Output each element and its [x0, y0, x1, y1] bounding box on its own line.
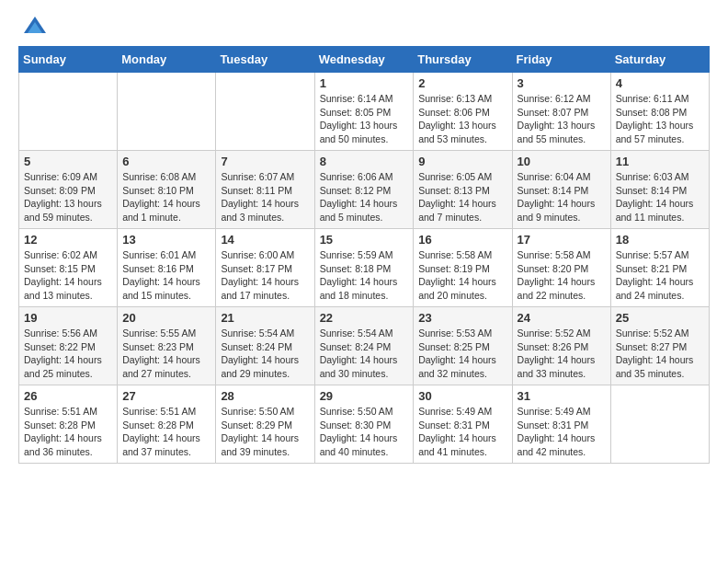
day-header-monday: Monday: [118, 47, 216, 73]
day-number: 31: [518, 389, 606, 403]
calendar-cell: [610, 385, 709, 464]
logo: [18, 18, 48, 40]
day-number: 13: [122, 233, 210, 247]
calendar-cell: 3Sunrise: 6:12 AM Sunset: 8:07 PM Daylig…: [512, 73, 610, 151]
day-number: 4: [616, 76, 704, 90]
calendar-cell: 26Sunrise: 5:51 AM Sunset: 8:28 PM Dayli…: [19, 385, 118, 464]
calendar-cell: 17Sunrise: 5:58 AM Sunset: 8:20 PM Dayli…: [512, 229, 610, 307]
day-header-thursday: Thursday: [414, 47, 512, 73]
day-info: Sunrise: 5:54 AM Sunset: 8:24 PM Dayligh…: [320, 327, 409, 381]
day-number: 25: [616, 311, 704, 325]
day-info: Sunrise: 6:05 AM Sunset: 8:13 PM Dayligh…: [418, 170, 506, 224]
day-number: 20: [122, 311, 210, 325]
day-info: Sunrise: 5:51 AM Sunset: 8:28 PM Dayligh…: [24, 405, 112, 459]
page-header: [18, 18, 710, 40]
day-info: Sunrise: 6:04 AM Sunset: 8:14 PM Dayligh…: [518, 170, 606, 224]
calendar-cell: 24Sunrise: 5:52 AM Sunset: 8:26 PM Dayli…: [512, 307, 610, 385]
calendar-cell: 31Sunrise: 5:49 AM Sunset: 8:31 PM Dayli…: [512, 385, 610, 464]
day-info: Sunrise: 5:58 AM Sunset: 8:20 PM Dayligh…: [518, 248, 606, 303]
day-number: 21: [221, 311, 309, 325]
day-info: Sunrise: 6:06 AM Sunset: 8:12 PM Dayligh…: [320, 170, 409, 224]
day-header-saturday: Saturday: [610, 47, 709, 73]
calendar-cell: 21Sunrise: 5:54 AM Sunset: 8:24 PM Dayli…: [216, 307, 314, 385]
calendar-cell: 8Sunrise: 6:06 AM Sunset: 8:12 PM Daylig…: [314, 151, 414, 229]
logo-icon: [22, 15, 48, 40]
day-number: 30: [418, 389, 506, 403]
day-info: Sunrise: 6:09 AM Sunset: 8:09 PM Dayligh…: [24, 170, 112, 224]
day-info: Sunrise: 6:13 AM Sunset: 8:06 PM Dayligh…: [418, 92, 506, 146]
day-header-tuesday: Tuesday: [216, 47, 314, 73]
calendar-week-5: 26Sunrise: 5:51 AM Sunset: 8:28 PM Dayli…: [19, 385, 710, 464]
day-number: 7: [221, 155, 309, 168]
calendar-cell: 22Sunrise: 5:54 AM Sunset: 8:24 PM Dayli…: [314, 307, 414, 385]
calendar-table: SundayMondayTuesdayWednesdayThursdayFrid…: [18, 46, 710, 464]
calendar-cell: 30Sunrise: 5:49 AM Sunset: 8:31 PM Dayli…: [414, 385, 512, 464]
calendar-cell: 15Sunrise: 5:59 AM Sunset: 8:18 PM Dayli…: [314, 229, 414, 307]
calendar-cell: 23Sunrise: 5:53 AM Sunset: 8:25 PM Dayli…: [414, 307, 512, 385]
day-info: Sunrise: 5:49 AM Sunset: 8:31 PM Dayligh…: [518, 405, 606, 459]
day-info: Sunrise: 5:49 AM Sunset: 8:31 PM Dayligh…: [418, 405, 506, 459]
day-info: Sunrise: 5:50 AM Sunset: 8:29 PM Dayligh…: [221, 405, 309, 459]
day-number: 12: [24, 233, 112, 247]
day-number: 2: [418, 76, 506, 90]
day-info: Sunrise: 6:07 AM Sunset: 8:11 PM Dayligh…: [221, 170, 309, 224]
calendar-week-1: 1Sunrise: 6:14 AM Sunset: 8:05 PM Daylig…: [19, 73, 710, 151]
day-info: Sunrise: 6:01 AM Sunset: 8:16 PM Dayligh…: [122, 248, 210, 303]
calendar-cell: 10Sunrise: 6:04 AM Sunset: 8:14 PM Dayli…: [512, 151, 610, 229]
calendar-cell: 16Sunrise: 5:58 AM Sunset: 8:19 PM Dayli…: [414, 229, 512, 307]
calendar-cell: 18Sunrise: 5:57 AM Sunset: 8:21 PM Dayli…: [610, 229, 709, 307]
day-number: 6: [122, 155, 210, 168]
day-info: Sunrise: 6:12 AM Sunset: 8:07 PM Dayligh…: [518, 92, 606, 146]
day-info: Sunrise: 5:52 AM Sunset: 8:26 PM Dayligh…: [518, 327, 606, 381]
day-info: Sunrise: 6:02 AM Sunset: 8:15 PM Dayligh…: [24, 248, 112, 303]
day-number: 23: [418, 311, 506, 325]
calendar-cell: [216, 73, 314, 151]
calendar-header: SundayMondayTuesdayWednesdayThursdayFrid…: [19, 47, 710, 73]
day-number: 10: [518, 155, 606, 168]
calendar-cell: 7Sunrise: 6:07 AM Sunset: 8:11 PM Daylig…: [216, 151, 314, 229]
calendar-cell: 28Sunrise: 5:50 AM Sunset: 8:29 PM Dayli…: [216, 385, 314, 464]
day-info: Sunrise: 5:53 AM Sunset: 8:25 PM Dayligh…: [418, 327, 506, 381]
calendar-week-3: 12Sunrise: 6:02 AM Sunset: 8:15 PM Dayli…: [19, 229, 710, 307]
day-info: Sunrise: 5:56 AM Sunset: 8:22 PM Dayligh…: [24, 327, 112, 381]
day-number: 1: [320, 76, 409, 90]
day-info: Sunrise: 6:00 AM Sunset: 8:17 PM Dayligh…: [221, 248, 309, 303]
day-info: Sunrise: 5:50 AM Sunset: 8:30 PM Dayligh…: [320, 405, 409, 459]
calendar-cell: 19Sunrise: 5:56 AM Sunset: 8:22 PM Dayli…: [19, 307, 118, 385]
day-header-friday: Friday: [512, 47, 610, 73]
calendar-cell: 13Sunrise: 6:01 AM Sunset: 8:16 PM Dayli…: [118, 229, 216, 307]
day-number: 3: [518, 76, 606, 90]
days-of-week-row: SundayMondayTuesdayWednesdayThursdayFrid…: [19, 47, 710, 73]
day-header-sunday: Sunday: [19, 47, 118, 73]
calendar-cell: 5Sunrise: 6:09 AM Sunset: 8:09 PM Daylig…: [19, 151, 118, 229]
day-info: Sunrise: 5:59 AM Sunset: 8:18 PM Dayligh…: [320, 248, 409, 303]
calendar-cell: 14Sunrise: 6:00 AM Sunset: 8:17 PM Dayli…: [216, 229, 314, 307]
day-number: 15: [320, 233, 409, 247]
day-info: Sunrise: 6:08 AM Sunset: 8:10 PM Dayligh…: [122, 170, 210, 224]
calendar-cell: 1Sunrise: 6:14 AM Sunset: 8:05 PM Daylig…: [314, 73, 414, 151]
day-number: 8: [320, 155, 409, 168]
calendar-week-2: 5Sunrise: 6:09 AM Sunset: 8:09 PM Daylig…: [19, 151, 710, 229]
day-info: Sunrise: 5:58 AM Sunset: 8:19 PM Dayligh…: [418, 248, 506, 303]
calendar-cell: 9Sunrise: 6:05 AM Sunset: 8:13 PM Daylig…: [414, 151, 512, 229]
day-info: Sunrise: 6:14 AM Sunset: 8:05 PM Dayligh…: [320, 92, 409, 146]
calendar-cell: 25Sunrise: 5:52 AM Sunset: 8:27 PM Dayli…: [610, 307, 709, 385]
calendar-cell: [118, 73, 216, 151]
day-number: 28: [221, 389, 309, 403]
day-number: 5: [24, 155, 112, 168]
day-number: 19: [24, 311, 112, 325]
calendar-cell: [19, 73, 118, 151]
day-number: 9: [418, 155, 506, 168]
day-header-wednesday: Wednesday: [314, 47, 414, 73]
day-number: 18: [616, 233, 704, 247]
calendar-cell: 12Sunrise: 6:02 AM Sunset: 8:15 PM Dayli…: [19, 229, 118, 307]
day-info: Sunrise: 6:11 AM Sunset: 8:08 PM Dayligh…: [616, 92, 704, 146]
day-number: 22: [320, 311, 409, 325]
day-number: 27: [122, 389, 210, 403]
calendar-cell: 29Sunrise: 5:50 AM Sunset: 8:30 PM Dayli…: [314, 385, 414, 464]
calendar-week-4: 19Sunrise: 5:56 AM Sunset: 8:22 PM Dayli…: [19, 307, 710, 385]
calendar-cell: 27Sunrise: 5:51 AM Sunset: 8:28 PM Dayli…: [118, 385, 216, 464]
day-info: Sunrise: 5:54 AM Sunset: 8:24 PM Dayligh…: [221, 327, 309, 381]
calendar-cell: 2Sunrise: 6:13 AM Sunset: 8:06 PM Daylig…: [414, 73, 512, 151]
calendar-cell: 20Sunrise: 5:55 AM Sunset: 8:23 PM Dayli…: [118, 307, 216, 385]
